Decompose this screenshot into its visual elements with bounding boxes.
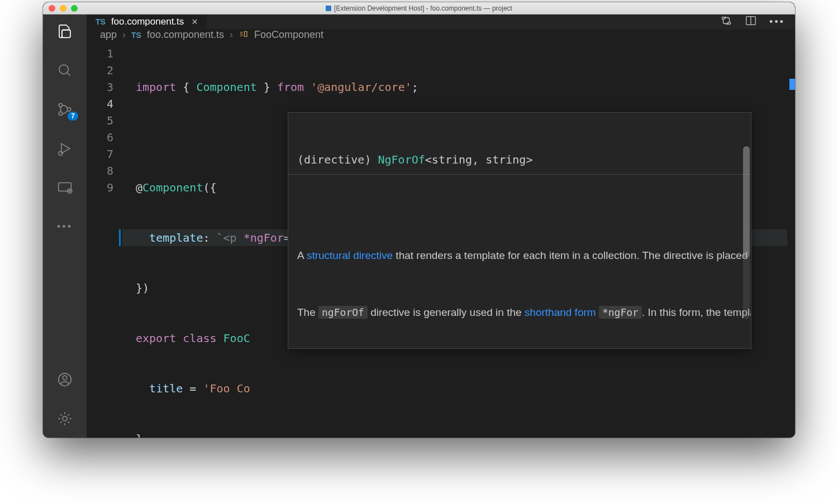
svg-point-1	[59, 103, 62, 107]
ruler-marker	[789, 79, 795, 90]
breadcrumb-seg-app[interactable]: app	[100, 29, 117, 41]
ts-file-icon	[326, 6, 331, 11]
svg-point-0	[59, 65, 68, 74]
window-title: [Extension Development Host] - foo.compo…	[43, 4, 795, 12]
svg-point-8	[63, 376, 67, 380]
code-editor[interactable]: 1 2 3 4 5 6 7 8 9 import { Component } f…	[87, 41, 795, 438]
editor-actions: •••	[720, 15, 795, 29]
class-symbol-icon	[239, 29, 249, 41]
minimize-window-button[interactable]	[60, 5, 66, 12]
svg-point-11	[728, 22, 730, 24]
hover-body[interactable]: A structural directive that renders a te…	[288, 208, 751, 349]
zoom-window-button[interactable]	[71, 5, 78, 12]
compare-changes-icon[interactable]	[720, 15, 732, 29]
svg-point-10	[722, 17, 724, 19]
breadcrumb[interactable]: app › TS foo.component.ts › FooComponent	[87, 29, 795, 41]
close-window-button[interactable]	[49, 5, 55, 12]
explorer-icon[interactable]	[56, 22, 74, 40]
tab-bar: TS foo.component.ts × •••	[87, 15, 795, 29]
close-tab-icon[interactable]: ×	[192, 16, 198, 28]
ts-file-icon: TS	[96, 17, 106, 26]
vscode-window: [Extension Development Host] - foo.compo…	[43, 2, 795, 438]
settings-gear-icon[interactable]	[56, 410, 74, 428]
breadcrumb-seg-symbol[interactable]: FooComponent	[254, 29, 323, 41]
breadcrumb-seg-file[interactable]: foo.component.ts	[147, 29, 224, 41]
more-actions-icon[interactable]: •••	[769, 16, 785, 28]
hover-tooltip: (directive) NgForOf<string, string> A st…	[288, 112, 751, 349]
chevron-right-icon: ›	[230, 29, 233, 41]
tab-foo-component[interactable]: TS foo.component.ts ×	[87, 15, 207, 29]
tab-filename: foo.component.ts	[111, 16, 184, 27]
activity-bar: 7 •••	[43, 15, 87, 438]
more-icon[interactable]: •••	[56, 218, 74, 236]
svg-point-3	[67, 108, 70, 111]
scm-badge: 7	[68, 112, 78, 121]
hover-scrollbar-thumb[interactable]	[743, 146, 750, 258]
run-debug-icon[interactable]	[56, 140, 74, 157]
source-control-icon[interactable]: 7	[56, 100, 74, 118]
split-editor-icon[interactable]	[745, 15, 757, 29]
chevron-right-icon: ›	[122, 29, 126, 41]
structural-directive-link[interactable]: structural directive	[307, 249, 393, 261]
titlebar: [Extension Development Host] - foo.compo…	[43, 2, 795, 15]
svg-rect-5	[59, 183, 72, 191]
search-icon[interactable]	[56, 61, 74, 79]
line-number-gutter: 1 2 3 4 5 6 7 8 9	[87, 41, 122, 438]
code-line: }	[122, 430, 795, 438]
window-controls	[49, 5, 78, 12]
window-title-text: [Extension Development Host] - foo.compo…	[334, 4, 512, 12]
svg-point-9	[63, 416, 67, 421]
code-line: import { Component } from '@angular/core…	[122, 79, 795, 95]
remote-icon[interactable]	[56, 179, 74, 196]
shorthand-form-link[interactable]: shorthand form	[525, 306, 596, 318]
overview-ruler[interactable]	[787, 41, 795, 438]
code-area[interactable]: import { Component } from '@angular/core…	[122, 41, 795, 438]
ts-file-icon: TS	[131, 31, 141, 40]
editor-group: TS foo.component.ts × •••	[87, 15, 795, 438]
code-line: title = 'Foo Co	[122, 380, 795, 397]
svg-point-2	[59, 112, 62, 115]
hover-signature: (directive) NgForOf<string, string>	[288, 146, 751, 175]
accounts-icon[interactable]	[56, 371, 74, 388]
